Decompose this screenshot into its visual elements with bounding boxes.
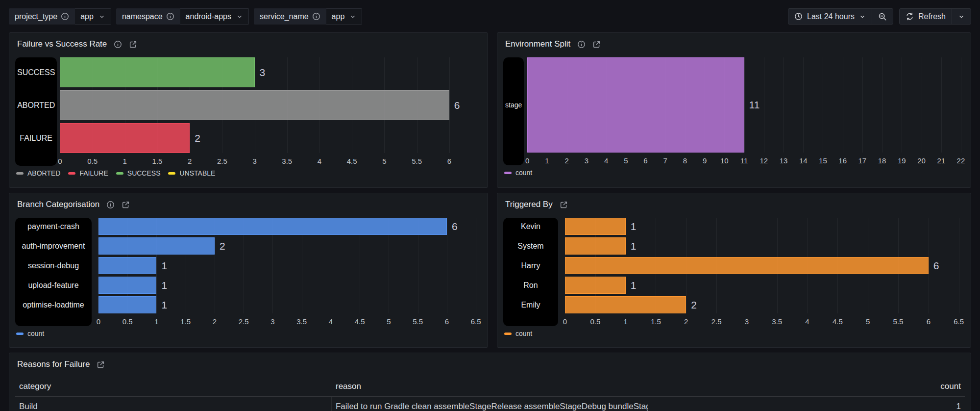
x-tick-label: 1 [623, 317, 627, 326]
x-tick-label: 2 [684, 317, 688, 326]
panel-external-link-icon[interactable] [122, 201, 130, 209]
legend-swatch [168, 172, 175, 175]
legend-item-count[interactable]: count [16, 330, 44, 337]
x-tick-label: 1.5 [180, 317, 191, 326]
y-axis-label: session-debug [15, 257, 92, 274]
bar [565, 277, 626, 294]
panel-external-link-icon[interactable] [129, 40, 137, 49]
chevron-down-icon [98, 13, 105, 20]
plot-area: 62111 [98, 218, 482, 313]
x-tick-label: 3.5 [772, 317, 782, 326]
panel-reasons-for-failure: Reasons for Failure categoryreasoncount … [9, 353, 971, 411]
x-tick-label: 2.5 [217, 157, 227, 165]
legend-item-UNSTABLE[interactable]: UNSTABLE [168, 169, 215, 177]
table-header-row: categoryreasoncount [15, 377, 965, 397]
refresh-interval-dropdown[interactable] [952, 9, 971, 24]
variable-value-dropdown[interactable]: android-apps [180, 8, 249, 25]
panel-external-link-icon[interactable] [560, 201, 568, 209]
x-tick-label: 0 [525, 156, 529, 165]
bar-row: 1 [565, 277, 965, 294]
x-tick-label: 5 [382, 157, 386, 165]
bar-chart: payment-crashauth-improvementsession-deb… [15, 218, 482, 337]
legend-label: count [515, 169, 532, 177]
bar-row: 11 [527, 57, 965, 153]
info-icon[interactable] [61, 12, 69, 21]
bar [98, 237, 215, 255]
legend-label: count [515, 330, 532, 337]
table-column-header[interactable]: category [15, 377, 332, 396]
bar-row: 6 [60, 90, 482, 120]
refresh-button[interactable]: Refresh [900, 9, 952, 24]
chevron-down-icon [236, 13, 243, 20]
panel-external-link-icon[interactable] [592, 40, 601, 49]
x-tick-label: 4.5 [355, 317, 365, 326]
x-tick-label: 0.5 [122, 317, 133, 326]
legend-label: SUCCESS [127, 169, 161, 177]
bar [565, 218, 626, 235]
zoom-out-icon [878, 12, 887, 21]
bar-value-label: 1 [161, 299, 167, 311]
bar-value-label: 11 [749, 99, 760, 111]
y-axis-label: Emily [503, 296, 558, 313]
legend-item-SUCCESS[interactable]: SUCCESS [116, 169, 161, 177]
x-tick-label: 17 [858, 156, 867, 165]
bar-value-label: 3 [260, 67, 266, 78]
info-icon[interactable] [166, 12, 174, 21]
y-axis-label: upload-feature [15, 277, 92, 294]
variable-label: service_name [254, 8, 326, 25]
panel-branch-categorisation: Branch Categorisation payment-crashauth-… [9, 193, 488, 348]
legend-item-FAILURE[interactable]: FAILURE [68, 169, 108, 177]
x-axis: 00.511.522.533.544.555.566.5 [98, 313, 482, 326]
bar-value-label: 2 [691, 299, 697, 311]
x-tick-label: 3 [252, 157, 256, 165]
panel-external-link-icon[interactable] [97, 360, 105, 369]
x-tick-label: 1 [123, 157, 127, 165]
chart-legend: count [503, 169, 965, 177]
x-tick-label: 4 [318, 157, 321, 165]
variable-value-dropdown[interactable]: app [75, 8, 111, 25]
variable-value-dropdown[interactable]: app [326, 8, 363, 25]
legend-item-count[interactable]: count [504, 169, 532, 177]
x-tick-label: 2.5 [711, 317, 722, 326]
legend-item-count[interactable]: count [504, 330, 532, 337]
x-tick-label: 0.5 [87, 157, 98, 165]
panel-info-icon[interactable] [114, 40, 122, 49]
time-range-label: Last 24 hours [807, 12, 855, 21]
variable-value-text: app [80, 12, 94, 21]
y-axis: stage [503, 57, 524, 165]
x-tick-label: 4.5 [347, 157, 357, 165]
x-tick-label: 6 [643, 156, 647, 165]
legend-label: count [27, 330, 44, 337]
bar [565, 257, 929, 274]
zoom-out-button[interactable] [872, 9, 893, 24]
time-range-picker[interactable]: Last 24 hours [788, 9, 872, 24]
x-tick-label: 18 [878, 156, 886, 165]
legend-swatch [504, 172, 512, 174]
panel-info-icon[interactable] [577, 40, 586, 49]
x-tick-label: 13 [780, 156, 788, 165]
x-tick-label: 6.5 [471, 317, 481, 326]
refresh-icon [906, 12, 914, 21]
bar [60, 57, 254, 87]
table-column-header[interactable]: reason [332, 377, 648, 396]
table-column-header[interactable]: count [648, 377, 965, 396]
panel-info-icon[interactable] [106, 201, 115, 209]
x-axis: 00.511.522.533.544.555.566.5 [565, 313, 965, 326]
legend-swatch [68, 172, 75, 175]
legend-item-ABORTED[interactable]: ABORTED [16, 169, 60, 177]
bar-row: 6 [98, 218, 482, 235]
bar-value-label: 2 [195, 132, 200, 144]
dashboard-toolbar: project_typeappnamespaceandroid-appsserv… [9, 8, 971, 25]
panel-failure-vs-success-rate: Failure vs Success Rate SUCCESSABORTEDFA… [9, 32, 488, 188]
x-tick-label: 19 [898, 156, 906, 165]
chevron-down-icon [859, 13, 866, 20]
y-axis: payment-crashauth-improvementsession-deb… [15, 218, 92, 326]
chevron-down-icon [958, 13, 965, 20]
x-tick-label: 15 [819, 156, 827, 165]
x-tick-label: 4 [604, 156, 608, 165]
info-icon[interactable] [312, 12, 320, 21]
failure-reasons-table: categoryreasoncount BuildFailed to run G… [15, 377, 965, 411]
x-tick-label: 10 [720, 156, 729, 165]
x-tick-label: 1 [154, 317, 158, 326]
variable-chip-namespace: namespaceandroid-apps [116, 8, 249, 25]
